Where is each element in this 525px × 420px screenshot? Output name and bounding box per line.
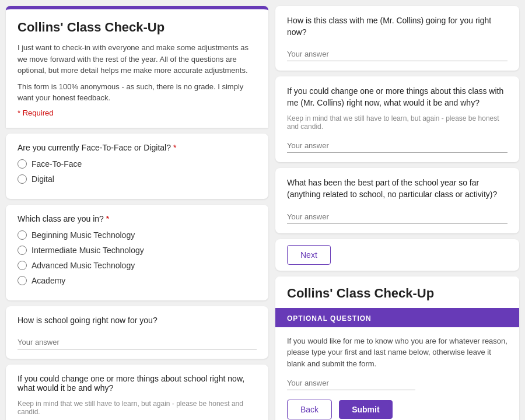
optional-form-title: Collins' Class Check-Up [275, 276, 519, 310]
form-desc1: I just want to check-in with everyone an… [18, 42, 257, 76]
right-q2-label: If you could change one or more things a… [287, 86, 508, 108]
right-panel: How is this class with me (Mr. Collins) … [275, 6, 519, 420]
right-q3-input[interactable] [287, 210, 508, 224]
q2-radio-academy[interactable] [18, 276, 27, 285]
q2-option-beginning[interactable]: Beginning Music Technology [18, 230, 257, 240]
right-q3-label: What has been the best part of the schoo… [287, 177, 508, 200]
q2-label: Which class are you in? * [18, 214, 257, 223]
q4-label: If you could change one or more things a… [18, 374, 257, 393]
optional-body: If you would like for me to know who you… [275, 327, 519, 420]
q2-option-advanced[interactable]: Advanced Music Technology [18, 261, 257, 270]
optional-desc: If you would like for me to know who you… [287, 335, 508, 370]
q1-required-star: * [173, 143, 176, 152]
q2-label-intermediate: Intermediate Music Technology [32, 246, 144, 255]
left-panel: Collins' Class Check-Up I just want to c… [6, 6, 268, 420]
required-label: * Required [18, 108, 257, 117]
form-desc2: This form is 100% anonymous - as such, t… [18, 81, 257, 104]
q3-label: How is school going right now for you? [18, 316, 257, 325]
q1-label-digital: Digital [32, 174, 54, 184]
optional-badge: OPTIONAL QUESTION [275, 310, 519, 327]
submit-button[interactable]: Submit [339, 400, 392, 419]
q1-option-digital[interactable]: Digital [18, 174, 257, 184]
form-title: Collins' Class Check-Up [18, 20, 257, 35]
right-q2-card: If you could change one or more things a… [275, 76, 519, 162]
q1-radio-digital[interactable] [18, 174, 27, 184]
q1-radio-face[interactable] [18, 159, 27, 169]
right-q3-card: What has been the best part of the schoo… [275, 168, 519, 233]
q1-option-face[interactable]: Face-To-Face [18, 159, 257, 169]
q2-required-star: * [106, 214, 109, 223]
q2-radio-advanced[interactable] [18, 261, 27, 270]
q3-card: How is school going right now for you? [6, 306, 268, 359]
q4-card: If you could change one or more things a… [6, 365, 268, 421]
right-q1-label: How is this class with me (Mr. Collins) … [287, 15, 508, 38]
right-q1-card: How is this class with me (Mr. Collins) … [275, 6, 519, 71]
q3-input[interactable] [18, 335, 257, 349]
q1-card: Are you currently Face-To-Face or Digita… [6, 134, 268, 199]
q2-label-academy: Academy [32, 276, 65, 285]
q2-label-beginning: Beginning Music Technology [32, 230, 135, 240]
q2-option-academy[interactable]: Academy [18, 276, 257, 285]
q4-hint: Keep in mind that we still have to learn… [18, 400, 257, 416]
q1-label-face: Face-To-Face [32, 159, 82, 169]
btn-row: Back Submit [287, 400, 508, 419]
q1-label: Are you currently Face-To-Face or Digita… [18, 143, 257, 152]
right-q1-input[interactable] [287, 47, 508, 61]
q2-radio-beginning[interactable] [18, 230, 27, 240]
optional-card: Collins' Class Check-Up OPTIONAL QUESTIO… [275, 276, 519, 420]
q2-radio-intermediate[interactable] [18, 246, 27, 255]
back-button[interactable]: Back [287, 400, 332, 419]
q2-label-advanced: Advanced Music Technology [32, 261, 135, 270]
header-card: Collins' Class Check-Up I just want to c… [6, 6, 268, 128]
next-button[interactable]: Next [287, 245, 331, 265]
next-section: Next [275, 239, 519, 271]
right-q2-hint: Keep in mind that we still have to learn… [287, 114, 508, 131]
q2-card: Which class are you in? * Beginning Musi… [6, 205, 268, 300]
optional-name-input[interactable] [287, 376, 415, 390]
q2-option-intermediate[interactable]: Intermediate Music Technology [18, 246, 257, 255]
right-q2-input[interactable] [287, 139, 508, 153]
